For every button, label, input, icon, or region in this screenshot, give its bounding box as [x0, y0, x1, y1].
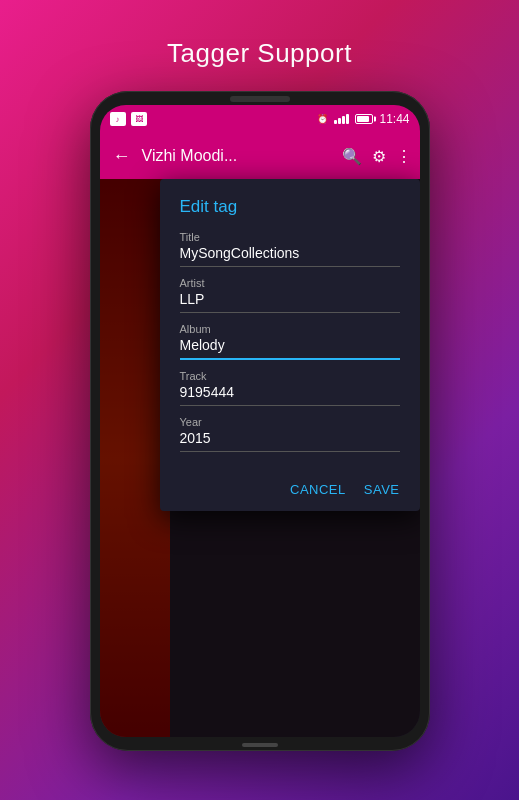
- dialog-actions: CANCEL SAVE: [180, 466, 400, 511]
- save-button[interactable]: SAVE: [364, 482, 400, 497]
- phone-shell: ♪ 🖼 ⏰ 11:44 ← Vizhi Moodi...: [90, 91, 430, 751]
- signal-icon: [334, 114, 349, 124]
- battery-icon: [355, 114, 373, 124]
- cancel-button[interactable]: CANCEL: [290, 482, 346, 497]
- album-field-value[interactable]: Melody: [180, 337, 400, 360]
- toolbar-actions: 🔍 ⚙ ⋮: [342, 147, 412, 166]
- phone-screen: ♪ 🖼 ⏰ 11:44 ← Vizhi Moodi...: [100, 105, 420, 737]
- back-button[interactable]: ←: [108, 146, 136, 167]
- music-icon: ♪: [110, 112, 126, 126]
- toolbar-title: Vizhi Moodi...: [142, 147, 336, 165]
- artist-field-value[interactable]: LLP: [180, 291, 400, 313]
- year-field-label: Year: [180, 416, 400, 428]
- phone-speaker: [230, 96, 290, 102]
- title-field-label: Title: [180, 231, 400, 243]
- page-title: Tagger Support: [167, 38, 352, 69]
- year-field-value[interactable]: 2015: [180, 430, 400, 452]
- track-field-label: Track: [180, 370, 400, 382]
- artist-field-label: Artist: [180, 277, 400, 289]
- equalizer-icon[interactable]: ⚙: [372, 147, 386, 166]
- dialog-overlay: Edit tag Title MySongCollections Artist …: [100, 179, 420, 737]
- status-right: ⏰ 11:44: [317, 112, 409, 126]
- edit-tag-dialog: Edit tag Title MySongCollections Artist …: [160, 179, 420, 511]
- status-time: 11:44: [379, 112, 409, 126]
- toolbar: ← Vizhi Moodi... 🔍 ⚙ ⋮: [100, 133, 420, 179]
- home-button[interactable]: [242, 743, 278, 747]
- image-icon: 🖼: [131, 112, 147, 126]
- album-field-label: Album: [180, 323, 400, 335]
- track-field-value[interactable]: 9195444: [180, 384, 400, 406]
- status-left: ♪ 🖼: [110, 112, 147, 126]
- alarm-icon: ⏰: [317, 114, 328, 124]
- title-field-value[interactable]: MySongCollections: [180, 245, 400, 267]
- status-bar: ♪ 🖼 ⏰ 11:44: [100, 105, 420, 133]
- dialog-title: Edit tag: [180, 197, 400, 217]
- more-options-icon[interactable]: ⋮: [396, 147, 412, 166]
- search-icon[interactable]: 🔍: [342, 147, 362, 166]
